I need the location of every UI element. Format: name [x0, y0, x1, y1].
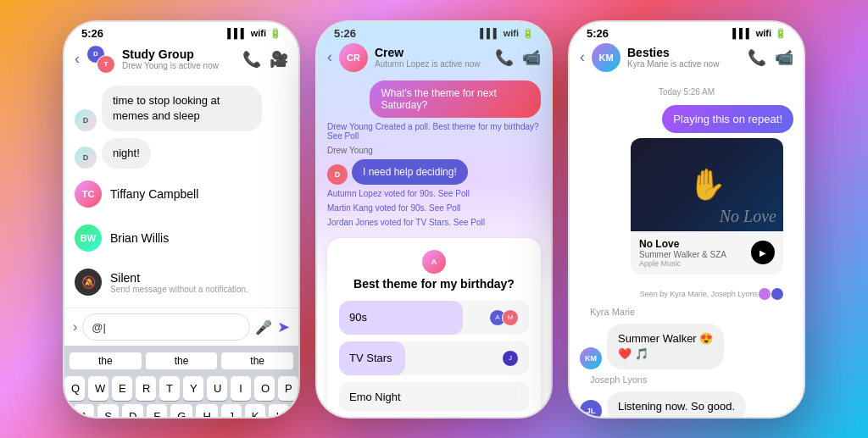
contact-item-brian[interactable]: BW Brian Willis	[75, 219, 288, 257]
chat-status-2: Autumn Lopez is active now	[375, 59, 488, 69]
music-card-container: ✋ No Love No Love Summer Walker & SZA Ap…	[580, 138, 793, 281]
seen-by-text: Seen by Kyra Marie, Joseph Lyons	[640, 290, 758, 298]
list-item: What's the theme for next Saturday?	[370, 80, 541, 118]
key-o[interactable]: O	[254, 376, 275, 401]
avatar: KM	[580, 347, 602, 369]
poll-label-tvstars: TV Stars	[349, 352, 392, 364]
key-j[interactable]: J	[221, 404, 242, 418]
group-avatar-member2: T	[97, 55, 115, 74]
back-button-2[interactable]: ‹	[327, 48, 332, 66]
input-row-1: › @| 🎤 ➤	[73, 313, 290, 341]
phone-icon-3[interactable]: 📞	[748, 48, 766, 67]
status-icons-2: ▌▌▌ wifi 🔋	[480, 28, 534, 39]
send-icon[interactable]: ➤	[277, 318, 290, 336]
poll-option-90s[interactable]: 90s A M	[339, 301, 529, 335]
phone-study-group: 5:26 ▌▌▌ wifi 🔋 ‹ D T Study Group Drew Y…	[63, 20, 300, 419]
expand-icon[interactable]: ›	[73, 319, 77, 335]
suggestion-2[interactable]: the	[146, 352, 218, 369]
system-message-3: Martin Kang voted for 90s. See Poll	[327, 202, 541, 213]
keyboard-row-2: A S D F G H J K L	[68, 404, 295, 418]
keyboard-row-1: Q W E R T Y U I O P	[68, 376, 295, 401]
key-a[interactable]: A	[74, 404, 95, 418]
list-item: Playing this on repeat!	[662, 105, 793, 133]
key-h[interactable]: H	[196, 404, 217, 418]
contact-item-silent[interactable]: 🔕 Silent Send message without a notifica…	[75, 263, 288, 301]
group-avatar-1: D T	[86, 45, 115, 74]
track-name: No Love	[639, 238, 726, 250]
key-e[interactable]: E	[112, 376, 132, 401]
keyboard-suggestions: the the the	[68, 349, 295, 373]
back-button-3[interactable]: ‹	[580, 48, 585, 66]
system-text-3: Martin Kang voted for 90s.	[327, 203, 429, 213]
see-poll-link-3[interactable]: See Poll	[429, 203, 460, 213]
besties-avatar: KM	[592, 43, 620, 72]
battery-icon-2: 🔋	[522, 28, 534, 39]
see-poll-link-2[interactable]: See Poll	[438, 189, 470, 198]
table-row: What's the theme for next Saturday?	[327, 80, 541, 118]
video-icon-2[interactable]: 📹	[522, 48, 541, 67]
signal-icon: ▌▌▌	[227, 28, 247, 38]
key-t[interactable]: T	[159, 376, 180, 401]
poll-title: Best theme for my birthday?	[339, 277, 529, 291]
key-y[interactable]: Y	[183, 376, 203, 401]
list-item: Summer Walker 😍❤️ 🎵	[607, 324, 724, 369]
list-item: I need help deciding!	[352, 159, 468, 185]
messages-list-3: Today 5:26 AM Playing this on repeat! ✋ …	[570, 77, 804, 419]
contact-name-silent: Silent	[110, 271, 248, 285]
music-details: No Love Summer Walker & SZA Apple Music	[639, 238, 726, 268]
key-s[interactable]: S	[97, 404, 119, 418]
voice-icon[interactable]: 🎤	[255, 319, 272, 335]
seen-avatar-joseph	[771, 288, 783, 300]
key-k[interactable]: K	[245, 404, 266, 418]
today-label-3: Today 5:26 AM	[580, 87, 793, 97]
chat-input-1[interactable]: @|	[82, 313, 250, 341]
suggestion-3[interactable]: the	[221, 352, 293, 369]
battery-icon-3: 🔋	[775, 28, 787, 39]
voter-avatar-3: J	[502, 350, 519, 367]
status-icons-3: ▌▌▌ wifi 🔋	[732, 28, 787, 39]
key-l[interactable]: L	[269, 404, 289, 418]
phone-icon-1[interactable]: 📞	[242, 50, 261, 69]
play-button[interactable]: ▶	[751, 241, 775, 264]
see-poll-link-4[interactable]: See Poll	[453, 218, 485, 227]
chat-info-3: Besties Kyra Marie is active now	[627, 46, 741, 69]
see-poll-link-1[interactable]: See Poll	[327, 131, 359, 141]
key-g[interactable]: G	[170, 404, 192, 418]
nav-action-icons-2: 📞 📹	[495, 48, 541, 67]
poll-option-tvstars[interactable]: TV Stars J	[339, 341, 529, 375]
kyra-name-label: Kyra Marie	[580, 307, 793, 319]
chat-name-2: Crew	[375, 46, 488, 59]
suggestion-1[interactable]: the	[70, 352, 142, 369]
key-i[interactable]: I	[231, 376, 251, 401]
key-d[interactable]: D	[122, 404, 143, 418]
poll-creator-avatar: A	[422, 250, 446, 274]
chat-nav-1: ‹ D T Study Group Drew Young is active n…	[64, 42, 298, 79]
poll-option-content-emo: Emo Night	[349, 391, 519, 403]
voter-avatar-2: M	[502, 309, 519, 326]
video-icon-3[interactable]: 📹	[775, 48, 793, 67]
phone-icon-2[interactable]: 📞	[495, 48, 514, 67]
key-q[interactable]: Q	[64, 376, 85, 401]
back-button-1[interactable]: ‹	[75, 50, 80, 68]
system-text-1: Drew Young Created a poll. Best theme fo…	[327, 122, 539, 131]
list-item: time to stop looking at memes and sleep	[102, 86, 262, 131]
key-r[interactable]: R	[136, 376, 156, 401]
key-w[interactable]: W	[88, 376, 108, 401]
chat-name-3: Besties	[627, 46, 741, 59]
poll-label-emo: Emo Night	[349, 391, 401, 403]
key-p[interactable]: P	[278, 376, 298, 401]
chat-nav-3: ‹ KM Besties Kyra Marie is active now 📞 …	[570, 42, 804, 77]
key-u[interactable]: U	[207, 376, 227, 401]
music-card[interactable]: ✋ No Love No Love Summer Walker & SZA Ap…	[631, 138, 783, 274]
contact-item-tiffany[interactable]: TC Tiffany Campbell	[75, 175, 288, 213]
video-icon-1[interactable]: 🎥	[270, 50, 288, 69]
contact-name-tiffany: Tiffany Campbell	[110, 187, 198, 201]
system-message-2: Autumn Lopez voted for 90s. See Poll	[327, 188, 541, 199]
table-row: Playing this on repeat!	[580, 105, 793, 133]
poll-option-content-90s: 90s A M	[349, 309, 519, 326]
system-message-1: Drew Young Created a poll. Best theme fo…	[327, 121, 541, 141]
key-f[interactable]: F	[147, 404, 167, 418]
poll-option-emo[interactable]: Emo Night	[339, 382, 529, 412]
nav-action-icons-3: 📞 📹	[748, 48, 793, 67]
drew-avatar: D	[327, 164, 348, 185]
